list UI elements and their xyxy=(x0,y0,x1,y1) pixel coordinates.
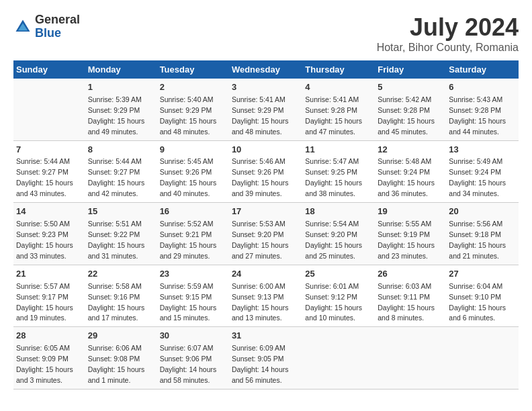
day-info: Sunrise: 5:58 AM Sunset: 9:16 PM Dayligh… xyxy=(88,282,145,322)
day-info: Sunrise: 5:59 AM Sunset: 9:15 PM Dayligh… xyxy=(160,282,217,322)
calendar-cell: 11Sunrise: 5:47 AM Sunset: 9:25 PM Dayli… xyxy=(302,140,375,203)
day-number: 9 xyxy=(160,144,226,156)
day-number: 23 xyxy=(160,268,226,281)
calendar-cell: 26Sunrise: 6:03 AM Sunset: 9:11 PM Dayli… xyxy=(375,265,446,327)
day-number: 12 xyxy=(378,144,443,156)
calendar-header-saturday: Saturday xyxy=(446,60,519,79)
day-number: 19 xyxy=(378,205,443,218)
day-number: 15 xyxy=(88,205,154,218)
logo: General Blue xyxy=(13,13,80,40)
calendar-cell: 30Sunrise: 6:07 AM Sunset: 9:06 PM Dayli… xyxy=(157,327,229,390)
calendar-header-friday: Friday xyxy=(375,60,446,79)
day-info: Sunrise: 5:52 AM Sunset: 9:21 PM Dayligh… xyxy=(160,220,217,260)
calendar-cell: 29Sunrise: 6:06 AM Sunset: 9:08 PM Dayli… xyxy=(85,327,157,390)
calendar-cell: 8Sunrise: 5:44 AM Sunset: 9:27 PM Daylig… xyxy=(85,140,157,203)
day-info: Sunrise: 6:05 AM Sunset: 9:09 PM Dayligh… xyxy=(16,344,73,384)
title-block: July 2024 Hotar, Bihor County, Romania xyxy=(377,13,519,54)
calendar-cell: 10Sunrise: 5:46 AM Sunset: 9:26 PM Dayli… xyxy=(229,140,302,203)
calendar-cell: 21Sunrise: 5:57 AM Sunset: 9:17 PM Dayli… xyxy=(13,265,85,327)
day-info: Sunrise: 5:54 AM Sunset: 9:20 PM Dayligh… xyxy=(305,220,362,260)
day-info: Sunrise: 5:45 AM Sunset: 9:26 PM Dayligh… xyxy=(160,157,217,197)
day-info: Sunrise: 5:40 AM Sunset: 9:29 PM Dayligh… xyxy=(160,95,217,136)
day-info: Sunrise: 6:03 AM Sunset: 9:11 PM Dayligh… xyxy=(378,282,435,322)
calendar-header-thursday: Thursday xyxy=(302,60,375,79)
calendar-cell: 4Sunrise: 5:41 AM Sunset: 9:28 PM Daylig… xyxy=(302,79,375,140)
day-number: 14 xyxy=(16,205,83,218)
day-number: 24 xyxy=(232,268,300,281)
day-number: 20 xyxy=(449,205,516,218)
calendar-cell: 12Sunrise: 5:48 AM Sunset: 9:24 PM Dayli… xyxy=(375,140,446,203)
calendar-cell: 6Sunrise: 5:43 AM Sunset: 9:28 PM Daylig… xyxy=(446,79,519,140)
calendar-cell xyxy=(13,79,85,140)
day-number: 27 xyxy=(449,268,516,281)
day-info: Sunrise: 5:44 AM Sunset: 9:27 PM Dayligh… xyxy=(88,157,145,197)
day-info: Sunrise: 5:55 AM Sunset: 9:19 PM Dayligh… xyxy=(378,220,435,260)
calendar-cell: 24Sunrise: 6:00 AM Sunset: 9:13 PM Dayli… xyxy=(229,265,302,327)
day-info: Sunrise: 5:57 AM Sunset: 9:17 PM Dayligh… xyxy=(16,282,73,322)
day-info: Sunrise: 5:49 AM Sunset: 9:24 PM Dayligh… xyxy=(449,157,506,197)
calendar-week-row: 28Sunrise: 6:05 AM Sunset: 9:09 PM Dayli… xyxy=(13,327,519,390)
day-number: 17 xyxy=(232,205,300,218)
day-info: Sunrise: 5:51 AM Sunset: 9:22 PM Dayligh… xyxy=(88,220,145,260)
calendar-cell: 5Sunrise: 5:42 AM Sunset: 9:28 PM Daylig… xyxy=(375,79,446,140)
calendar-cell xyxy=(446,327,519,390)
calendar-cell: 18Sunrise: 5:54 AM Sunset: 9:20 PM Dayli… xyxy=(302,203,375,265)
calendar-table: SundayMondayTuesdayWednesdayThursdayFrid… xyxy=(13,60,519,390)
day-number: 29 xyxy=(88,330,154,342)
day-number: 1 xyxy=(88,81,154,94)
day-number: 7 xyxy=(16,144,83,156)
logo-blue-text: Blue xyxy=(35,27,80,40)
calendar-header-sunday: Sunday xyxy=(13,60,85,79)
calendar-header-monday: Monday xyxy=(85,60,157,79)
day-number: 30 xyxy=(160,330,226,342)
calendar-cell: 23Sunrise: 5:59 AM Sunset: 9:15 PM Dayli… xyxy=(157,265,229,327)
calendar-cell: 13Sunrise: 5:49 AM Sunset: 9:24 PM Dayli… xyxy=(446,140,519,203)
calendar-cell: 3Sunrise: 5:41 AM Sunset: 9:29 PM Daylig… xyxy=(229,79,302,140)
calendar-week-row: 7Sunrise: 5:44 AM Sunset: 9:27 PM Daylig… xyxy=(13,140,519,203)
day-info: Sunrise: 5:47 AM Sunset: 9:25 PM Dayligh… xyxy=(305,157,362,197)
calendar-cell: 28Sunrise: 6:05 AM Sunset: 9:09 PM Dayli… xyxy=(13,327,85,390)
day-info: Sunrise: 5:39 AM Sunset: 9:29 PM Dayligh… xyxy=(88,95,145,136)
day-number: 21 xyxy=(16,268,83,281)
calendar-cell: 9Sunrise: 5:45 AM Sunset: 9:26 PM Daylig… xyxy=(157,140,229,203)
main-title: July 2024 xyxy=(377,13,519,42)
calendar-week-row: 21Sunrise: 5:57 AM Sunset: 9:17 PM Dayli… xyxy=(13,265,519,327)
logo-text: General Blue xyxy=(35,13,80,40)
day-info: Sunrise: 6:07 AM Sunset: 9:06 PM Dayligh… xyxy=(160,344,217,384)
day-number: 31 xyxy=(232,330,300,342)
calendar-cell: 16Sunrise: 5:52 AM Sunset: 9:21 PM Dayli… xyxy=(157,203,229,265)
day-number: 10 xyxy=(232,144,300,156)
calendar-cell: 17Sunrise: 5:53 AM Sunset: 9:20 PM Dayli… xyxy=(229,203,302,265)
day-number: 18 xyxy=(305,205,372,218)
page-header: General Blue July 2024 Hotar, Bihor Coun… xyxy=(13,13,519,54)
day-number: 22 xyxy=(88,268,154,281)
calendar-cell: 19Sunrise: 5:55 AM Sunset: 9:19 PM Dayli… xyxy=(375,203,446,265)
day-number: 25 xyxy=(305,268,372,281)
calendar-cell: 25Sunrise: 6:01 AM Sunset: 9:12 PM Dayli… xyxy=(302,265,375,327)
day-number: 4 xyxy=(305,81,372,94)
calendar-week-row: 1Sunrise: 5:39 AM Sunset: 9:29 PM Daylig… xyxy=(13,79,519,140)
logo-icon xyxy=(13,17,32,36)
day-info: Sunrise: 5:53 AM Sunset: 9:20 PM Dayligh… xyxy=(232,220,289,260)
logo-general-text: General xyxy=(35,13,80,27)
day-number: 11 xyxy=(305,144,372,156)
day-info: Sunrise: 5:41 AM Sunset: 9:28 PM Dayligh… xyxy=(305,95,362,136)
calendar-cell: 27Sunrise: 6:04 AM Sunset: 9:10 PM Dayli… xyxy=(446,265,519,327)
day-number: 16 xyxy=(160,205,226,218)
day-info: Sunrise: 6:06 AM Sunset: 9:08 PM Dayligh… xyxy=(88,344,145,384)
calendar-cell: 31Sunrise: 6:09 AM Sunset: 9:05 PM Dayli… xyxy=(229,327,302,390)
calendar-cell: 2Sunrise: 5:40 AM Sunset: 9:29 PM Daylig… xyxy=(157,79,229,140)
day-info: Sunrise: 6:04 AM Sunset: 9:10 PM Dayligh… xyxy=(449,282,506,322)
calendar-cell xyxy=(375,327,446,390)
day-number: 6 xyxy=(449,81,516,94)
calendar-cell: 7Sunrise: 5:44 AM Sunset: 9:27 PM Daylig… xyxy=(13,140,85,203)
day-info: Sunrise: 6:00 AM Sunset: 9:13 PM Dayligh… xyxy=(232,282,289,322)
subtitle: Hotar, Bihor County, Romania xyxy=(377,42,519,54)
day-info: Sunrise: 5:46 AM Sunset: 9:26 PM Dayligh… xyxy=(232,157,289,197)
day-number: 8 xyxy=(88,144,154,156)
calendar-cell: 22Sunrise: 5:58 AM Sunset: 9:16 PM Dayli… xyxy=(85,265,157,327)
day-number: 3 xyxy=(232,81,300,94)
day-number: 2 xyxy=(160,81,226,94)
calendar-header-row: SundayMondayTuesdayWednesdayThursdayFrid… xyxy=(13,60,519,79)
day-info: Sunrise: 5:50 AM Sunset: 9:23 PM Dayligh… xyxy=(16,220,73,260)
